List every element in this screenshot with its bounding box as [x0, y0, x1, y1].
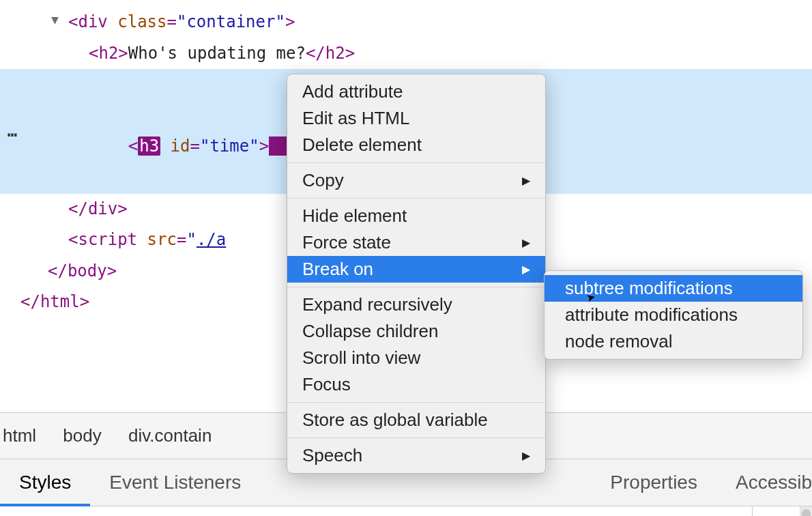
breadcrumb-html[interactable]: html [3, 425, 36, 446]
styles-toolbar: + [0, 506, 812, 516]
menu-store-global[interactable]: Store as global variable [287, 407, 545, 433]
breadcrumb-body[interactable]: body [63, 425, 101, 446]
submenu-attribute-modifications[interactable]: attribute modifications [545, 302, 802, 328]
new-style-rule-button[interactable]: + [752, 506, 800, 516]
menu-break-on[interactable]: Break on▶ [287, 256, 545, 283]
dom-node-h2[interactable]: <h2>Who's updating me?</h2> [0, 38, 812, 70]
submenu-subtree-modifications[interactable]: subtree modifications [545, 275, 802, 302]
menu-delete-element[interactable]: Delete element [287, 132, 545, 158]
chevron-down-icon[interactable]: ▼ [51, 8, 59, 31]
tab-properties[interactable]: Properties [591, 459, 716, 506]
menu-separator [287, 402, 545, 403]
menu-scroll-into-view[interactable]: Scroll into view [287, 345, 545, 371]
chevron-right-icon: ▶ [522, 236, 530, 249]
submenu-node-removal[interactable]: node removal [545, 328, 802, 355]
chevron-right-icon: ▶ [522, 174, 530, 187]
dom-node-div-container[interactable]: <div class="container"> [0, 7, 812, 38]
filter-input[interactable] [0, 506, 752, 516]
menu-separator [287, 438, 545, 438]
scrollbar[interactable] [800, 506, 812, 516]
menu-force-state[interactable]: Force state▶ [287, 229, 545, 256]
menu-separator [287, 198, 545, 199]
chevron-right-icon: ▶ [522, 449, 530, 462]
tab-styles[interactable]: Styles [0, 459, 90, 506]
menu-collapse-children[interactable]: Collapse children [287, 318, 545, 345]
tab-event-listeners[interactable]: Event Listeners [90, 459, 260, 506]
tab-accessibility[interactable]: Accessib [716, 459, 812, 506]
menu-expand-recursively[interactable]: Expand recursively [287, 291, 545, 318]
break-on-submenu: subtree modifications attribute modifica… [544, 270, 803, 360]
menu-add-attribute[interactable]: Add attribute [287, 78, 545, 105]
menu-separator [287, 162, 545, 163]
menu-copy[interactable]: Copy▶ [287, 167, 545, 194]
chevron-right-icon: ▶ [522, 263, 530, 276]
context-menu: Add attribute Edit as HTML Delete elemen… [287, 74, 546, 474]
menu-speech[interactable]: Speech▶ [287, 442, 545, 469]
menu-edit-as-html[interactable]: Edit as HTML [287, 105, 545, 132]
menu-focus[interactable]: Focus [287, 371, 545, 398]
menu-hide-element[interactable]: Hide element [287, 203, 545, 229]
menu-separator [287, 287, 545, 287]
gutter-ellipsis-icon[interactable]: … [0, 69, 26, 193]
breadcrumb-div-container[interactable]: div.contain [128, 425, 212, 446]
